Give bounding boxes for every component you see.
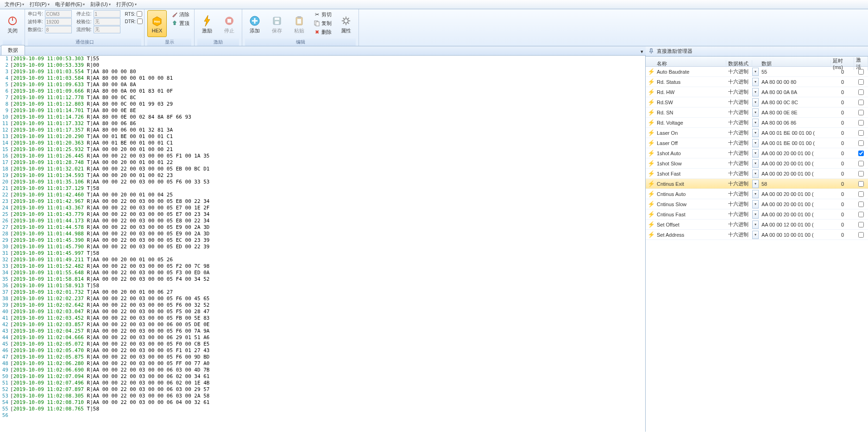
cell-data[interactable]: AA 80 00 0E 8E	[760, 110, 831, 115]
flow-field[interactable]	[94, 26, 120, 33]
active-checkbox[interactable]	[858, 69, 864, 75]
col-fmt[interactable]: 数据格式	[726, 60, 752, 67]
cell-delay[interactable]: 0	[831, 191, 854, 197]
log-line[interactable]: 31[2019-10-09 11:01:45.997 T]58	[0, 250, 645, 257]
cell-data[interactable]: AA 80 00 06 86	[760, 120, 831, 126]
log-line[interactable]: 15[2019-10-09 11:01:25.932 T]AA 00 00 20…	[0, 146, 645, 153]
log-line[interactable]: 55[2019-10-09 11:02:08.765 T]58	[0, 406, 645, 412]
grid-row[interactable]: ⚡ Laser Off 十六进制 ▾ AA 00 01 BE 00 01 00 …	[646, 138, 868, 148]
active-checkbox[interactable]	[858, 212, 864, 217]
dtr-checkbox[interactable]	[137, 19, 143, 24]
log-line[interactable]: 38[2019-10-09 11:02:02.237 R]AA 00 00 22…	[0, 296, 645, 302]
log-line[interactable]: 9[2019-10-09 11:01:14.701 T]AA 80 00 0E …	[0, 107, 645, 114]
log-line[interactable]: 44[2019-10-09 11:02:04.666 R]AA 00 00 22…	[0, 334, 645, 341]
combo-arrow[interactable]: ▾	[752, 68, 759, 76]
active-checkbox[interactable]	[858, 79, 864, 85]
active-checkbox[interactable]	[858, 232, 864, 238]
cell-data[interactable]: 55	[760, 69, 831, 75]
grid-row[interactable]: ⚡ Set Offset 十六进制 ▾ AA 00 00 12 00 01 00…	[646, 220, 868, 230]
combo-arrow[interactable]: ▾	[752, 98, 759, 107]
cell-name[interactable]: 1shot Fast	[655, 171, 726, 176]
log-line[interactable]: 21[2019-10-09 11:01:37.129 T]58	[0, 185, 645, 192]
grid-row[interactable]: ⚡ Set Address 十六进制 ▾ AA 00 00 10 00 01 0…	[646, 230, 868, 240]
cell-name[interactable]: Rd.SW	[655, 100, 726, 105]
cell-fmt[interactable]: 十六进制	[726, 68, 752, 75]
combo-arrow[interactable]: ▾	[752, 88, 759, 96]
cell-delay[interactable]: 0	[831, 140, 854, 146]
cell-data[interactable]: AA 80 00 0C 8C	[760, 100, 831, 105]
combo-arrow[interactable]: ▾	[752, 231, 759, 239]
log-line[interactable]: 23[2019-10-09 11:01:42.967 R]AA 00 00 22…	[0, 198, 645, 205]
log-line[interactable]: 19[2019-10-09 11:01:34.593 T]AA 00 00 20…	[0, 172, 645, 179]
bolt-icon[interactable]: ⚡	[646, 160, 655, 167]
cell-fmt[interactable]: 十六进制	[726, 201, 752, 208]
active-checkbox[interactable]	[858, 181, 864, 187]
cell-delay[interactable]: 0	[831, 89, 854, 95]
log-line[interactable]: 7[2019-10-09 11:01:12.778 T]AA 80 00 0C …	[0, 94, 645, 101]
cell-delay[interactable]: 0	[831, 202, 854, 207]
rts-checkbox[interactable]	[137, 11, 142, 17]
combo-arrow[interactable]: ▾	[752, 78, 759, 86]
log-line[interactable]: 34[2019-10-09 11:01:55.648 R]AA 00 00 22…	[0, 270, 645, 276]
bolt-icon[interactable]: ⚡	[646, 139, 655, 146]
active-checkbox[interactable]	[858, 202, 864, 207]
log-line[interactable]: 41[2019-10-09 11:02:03.452 R]AA 00 00 22…	[0, 315, 645, 321]
close-button[interactable]: 关闭	[3, 10, 22, 37]
grid-row[interactable]: ⚡ 1shot Fast 十六进制 ▾ AA 00 00 20 00 01 00…	[646, 169, 868, 179]
log-line[interactable]: 32[2019-10-09 11:01:49.211 T]AA 00 00 20…	[0, 257, 645, 263]
combo-arrow[interactable]: ▾	[752, 149, 759, 158]
active-checkbox[interactable]	[858, 100, 864, 105]
cell-delay[interactable]: 0	[831, 120, 854, 126]
log-line[interactable]: 14[2019-10-09 11:01:20.363 R]AA 00 01 BE…	[0, 140, 645, 146]
add-button[interactable]: 添加	[245, 10, 264, 37]
cell-fmt[interactable]: 十六进制	[726, 221, 752, 228]
combo-arrow[interactable]: ▾	[752, 139, 759, 147]
cell-fmt[interactable]: 十六进制	[726, 150, 752, 157]
log-line[interactable]: 10[2019-10-09 11:01:14.726 R]AA 80 00 0E…	[0, 114, 645, 120]
grid-row[interactable]: ⚡ Rd. SN 十六进制 ▾ AA 80 00 0E 8E 0	[646, 107, 868, 118]
cell-delay[interactable]: 0	[831, 79, 854, 85]
log-line[interactable]: 25[2019-10-09 11:01:43.779 R]AA 00 00 22…	[0, 211, 645, 218]
bolt-icon[interactable]: ⚡	[646, 180, 655, 187]
log-line[interactable]: 51[2019-10-09 11:02:07.496 R]AA 00 00 22…	[0, 380, 645, 386]
combo-arrow[interactable]: ▾	[752, 210, 759, 219]
log-line[interactable]: 13[2019-10-09 11:01:20.290 T]AA 00 01 BE…	[0, 133, 645, 140]
cell-name[interactable]: Laser On	[655, 130, 726, 136]
log-line[interactable]: 8[2019-10-09 11:01:12.803 R]AA 80 00 0C …	[0, 101, 645, 107]
log-line[interactable]: 16[2019-10-09 11:01:26.445 R]AA 00 00 22…	[0, 153, 645, 159]
log-line[interactable]: 53[2019-10-09 11:02:08.305 R]AA 00 00 22…	[0, 393, 645, 399]
cell-name[interactable]: Rd. SN	[655, 110, 726, 115]
tab-data[interactable]: 数据	[1, 45, 25, 55]
cell-data[interactable]: AA 80 00 00 80	[760, 79, 831, 85]
log-pane[interactable]: 1[2019-10-09 11:00:53.303 T]552[2019-10-…	[0, 56, 646, 432]
props-button[interactable]: 属性	[336, 10, 356, 37]
bolt-icon[interactable]: ⚡	[646, 78, 655, 85]
cell-fmt[interactable]: 十六进制	[726, 231, 752, 238]
cell-data[interactable]: AA 00 01 BE 00 01 00 (	[760, 130, 831, 136]
baud-field[interactable]	[45, 18, 72, 25]
menu-item[interactable]: 文件(F)▾	[2, 0, 27, 9]
menu-item[interactable]: 打印(P)▾	[27, 0, 52, 9]
log-line[interactable]: 47[2019-10-09 11:02:05.875 R]AA 00 00 22…	[0, 354, 645, 360]
grid-row[interactable]: ⚡ Rd. Voltage 十六进制 ▾ AA 80 00 06 86 0	[646, 118, 868, 128]
combo-arrow[interactable]: ▾	[752, 190, 759, 198]
log-line[interactable]: 35[2019-10-09 11:01:58.814 R]AA 00 00 22…	[0, 276, 645, 283]
tab-dropdown[interactable]: ▾	[638, 48, 646, 55]
log-line[interactable]: 29[2019-10-09 11:01:45.390 R]AA 00 00 22…	[0, 237, 645, 244]
active-checkbox[interactable]	[858, 110, 864, 115]
cell-data[interactable]: AA 00 00 20 00 01 00 (	[760, 191, 831, 197]
clear-button[interactable]: 清除	[170, 10, 191, 19]
combo-arrow[interactable]: ▾	[752, 108, 759, 117]
cell-fmt[interactable]: 十六进制	[726, 211, 752, 218]
bolt-icon[interactable]: ⚡	[646, 211, 655, 218]
active-checkbox[interactable]	[858, 171, 864, 176]
cell-name[interactable]: Set Offset	[655, 222, 726, 227]
cell-data[interactable]: AA 00 00 20 00 01 00 (	[760, 202, 831, 207]
cell-fmt[interactable]: 十六进制	[726, 129, 752, 136]
bolt-icon[interactable]: ⚡	[646, 221, 655, 228]
cell-name[interactable]: Cntinus Fast	[655, 212, 726, 217]
cut-button[interactable]: ✂剪切	[312, 10, 333, 19]
log-line[interactable]: 27[2019-10-09 11:01:44.578 R]AA 00 00 22…	[0, 224, 645, 231]
log-line[interactable]: 37[2019-10-09 11:02:01.732 T]AA 00 00 20…	[0, 289, 645, 296]
cell-data[interactable]: AA 80 00 0A 8A	[760, 89, 831, 95]
